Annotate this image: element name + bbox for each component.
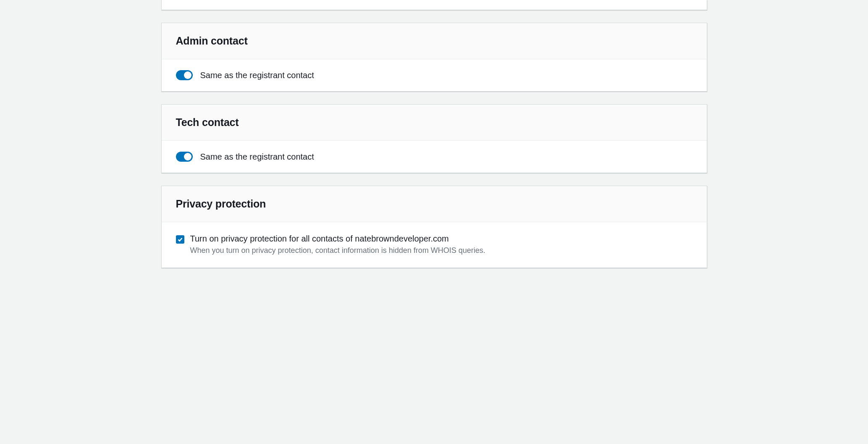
privacy-protection-title: Privacy protection (176, 198, 692, 210)
tech-contact-title: Tech contact (176, 116, 692, 129)
admin-contact-body: Same as the registrant contact (162, 59, 707, 91)
privacy-protection-body: Turn on privacy protection for all conta… (162, 222, 707, 268)
tech-contact-header: Tech contact (162, 105, 707, 141)
privacy-protection-header: Privacy protection (162, 186, 707, 222)
privacy-protection-card: Privacy protection Turn on privacy prote… (161, 186, 707, 268)
admin-same-as-registrant-toggle[interactable] (176, 70, 193, 80)
privacy-checkbox-label: Turn on privacy protection for all conta… (190, 234, 485, 244)
admin-contact-card: Admin contact Same as the registrant con… (161, 23, 707, 92)
previous-card-stub (161, 0, 707, 10)
privacy-description: When you turn on privacy protection, con… (190, 246, 485, 255)
admin-contact-title: Admin contact (176, 35, 692, 47)
admin-contact-header: Admin contact (162, 23, 707, 59)
tech-same-as-registrant-toggle[interactable] (176, 152, 193, 162)
tech-contact-card: Tech contact Same as the registrant cont… (161, 104, 707, 173)
tech-contact-body: Same as the registrant contact (162, 141, 707, 173)
privacy-protection-checkbox[interactable] (176, 235, 184, 244)
privacy-text-block: Turn on privacy protection for all conta… (190, 234, 485, 255)
tech-toggle-label: Same as the registrant contact (200, 152, 314, 162)
check-icon (177, 236, 183, 242)
admin-toggle-label: Same as the registrant contact (200, 71, 314, 80)
page-container: Admin contact Same as the registrant con… (157, 0, 711, 268)
